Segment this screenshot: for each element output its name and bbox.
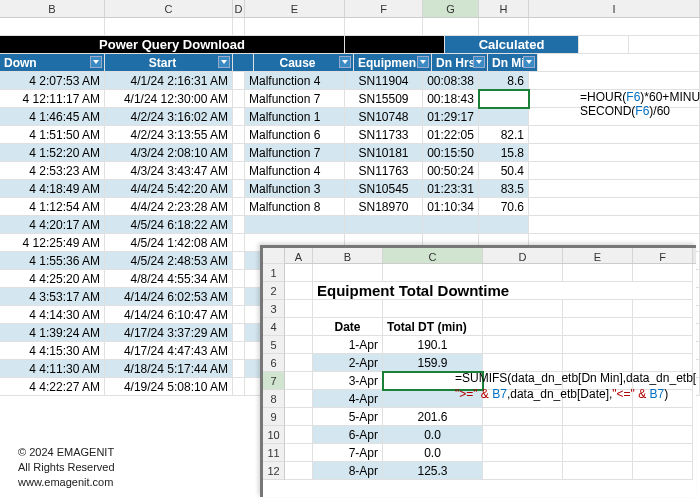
col-header[interactable]: A bbox=[285, 248, 313, 263]
table-row[interactable]: 4 1:52:20 AM4/3/24 2:08:10 AMMalfunction… bbox=[0, 144, 700, 162]
filter-icon[interactable] bbox=[90, 56, 102, 68]
table-row[interactable]: 4 12:11:17 AM4/1/24 12:30:00 AMMalfuncti… bbox=[0, 90, 700, 108]
header-start[interactable]: Start bbox=[105, 54, 233, 72]
col-header[interactable]: E bbox=[563, 248, 633, 263]
header-dn-hrs[interactable]: Dn Hrs bbox=[432, 54, 488, 72]
sumifs-formula: =SUMIFS(data_dn_etb[Dn Min],data_dn_etb[… bbox=[455, 370, 696, 402]
col-header[interactable]: B bbox=[313, 248, 383, 263]
table-row[interactable]: 128-Apr125.3 bbox=[263, 462, 696, 480]
col-header-selected[interactable]: C bbox=[383, 248, 483, 263]
copyright-footer: © 2024 EMAGENIT All Rights Reserved www.… bbox=[18, 445, 115, 490]
filter-icon[interactable] bbox=[523, 56, 535, 68]
col-header[interactable]: E bbox=[245, 0, 345, 17]
header-dn-min[interactable]: Dn Min bbox=[488, 54, 538, 72]
inset-header-date: Date bbox=[313, 318, 383, 336]
table-row[interactable]: 117-Apr0.0 bbox=[263, 444, 696, 462]
inset-title: Equipment Total Downtime bbox=[313, 282, 693, 300]
power-query-title: Power Query Download bbox=[0, 36, 345, 54]
col-header[interactable]: F bbox=[633, 248, 693, 263]
filter-icon[interactable] bbox=[218, 56, 230, 68]
col-header[interactable]: H bbox=[479, 0, 529, 17]
header-down[interactable]: Down bbox=[0, 54, 105, 72]
table-row[interactable]: 4 1:46:45 AM4/2/24 3:16:02 AMMalfunction… bbox=[0, 108, 700, 126]
col-header[interactable]: D bbox=[233, 0, 245, 17]
table-row[interactable]: 4 1:12:54 AM4/4/24 2:23:28 AMMalfunction… bbox=[0, 198, 700, 216]
table-row[interactable]: 51-Apr190.1 bbox=[263, 336, 696, 354]
header-equipment[interactable]: Equipmen bbox=[354, 54, 432, 72]
table-row[interactable]: 95-Apr201.6 bbox=[263, 408, 696, 426]
filter-icon[interactable] bbox=[417, 56, 429, 68]
table-row[interactable]: 4 2:07:53 AM4/1/24 2:16:31 AMMalfunction… bbox=[0, 72, 700, 90]
table-header-row: Down Start Cause Equipmen Dn Hrs Dn Min bbox=[0, 54, 700, 72]
col-header[interactable]: D bbox=[483, 248, 563, 263]
col-header[interactable]: B bbox=[0, 0, 105, 17]
filter-icon[interactable] bbox=[473, 56, 485, 68]
table-row[interactable]: 4 2:53:23 AM4/3/24 3:43:47 AMMalfunction… bbox=[0, 162, 700, 180]
col-header[interactable]: F bbox=[345, 0, 423, 17]
table-row[interactable]: 4 1:51:50 AM4/2/24 3:13:55 AMMalfunction… bbox=[0, 126, 700, 144]
col-header[interactable]: C bbox=[105, 0, 233, 17]
table-row[interactable]: 4 4:20:17 AM4/5/24 6:18:22 AM bbox=[0, 216, 700, 234]
header-cause[interactable]: Cause bbox=[254, 54, 354, 72]
filter-icon[interactable] bbox=[339, 56, 351, 68]
col-header-selected[interactable]: G bbox=[423, 0, 479, 17]
column-headers: B C D E F G H I bbox=[0, 0, 700, 18]
col-header[interactable]: I bbox=[529, 0, 700, 17]
calculated-title: Calculated bbox=[445, 36, 579, 54]
table-row[interactable]: 4 4:18:49 AM4/4/24 5:42:20 AMMalfunction… bbox=[0, 180, 700, 198]
inset-sheet: A B C D E F 1 2Equipment Total Downtime … bbox=[260, 245, 696, 497]
table-row[interactable]: 106-Apr0.0 bbox=[263, 426, 696, 444]
inset-header-total: Total DT (min) bbox=[383, 318, 483, 336]
